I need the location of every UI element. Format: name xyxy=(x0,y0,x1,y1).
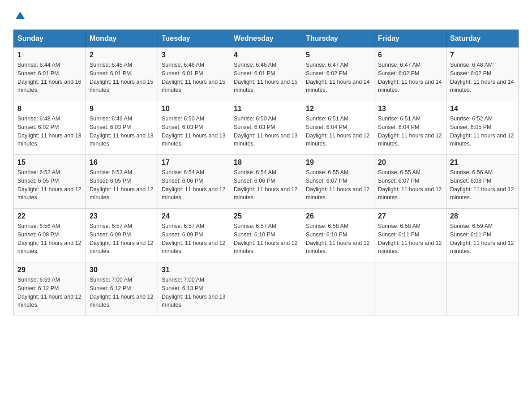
calendar-cell: 8 Sunrise: 6:48 AMSunset: 6:02 PMDayligh… xyxy=(14,101,86,155)
day-number: 24 xyxy=(162,212,226,220)
day-number: 26 xyxy=(306,212,370,220)
day-number: 20 xyxy=(378,158,442,167)
calendar-cell: 27 Sunrise: 6:58 AMSunset: 6:11 PMDaylig… xyxy=(374,209,446,262)
calendar-cell: 17 Sunrise: 6:54 AMSunset: 6:06 PMDaylig… xyxy=(158,155,230,209)
calendar-cell: 25 Sunrise: 6:57 AMSunset: 6:10 PMDaylig… xyxy=(230,209,302,262)
day-info: Sunrise: 6:52 AMSunset: 6:05 PMDaylight:… xyxy=(17,169,81,201)
day-number: 19 xyxy=(306,158,370,167)
calendar-cell: 5 Sunrise: 6:47 AMSunset: 6:02 PMDayligh… xyxy=(302,47,374,101)
day-info: Sunrise: 7:00 AMSunset: 6:12 PMDaylight:… xyxy=(90,277,153,308)
day-info: Sunrise: 6:57 AMSunset: 6:09 PMDaylight:… xyxy=(90,223,153,254)
header-thursday: Thursday xyxy=(302,30,374,47)
day-number: 3 xyxy=(162,51,226,59)
day-info: Sunrise: 6:56 AMSunset: 6:08 PMDaylight:… xyxy=(17,223,81,254)
week-row-2: 8 Sunrise: 6:48 AMSunset: 6:02 PMDayligh… xyxy=(14,101,519,155)
day-info: Sunrise: 7:00 AMSunset: 6:13 PMDaylight:… xyxy=(162,277,225,308)
day-info: Sunrise: 6:53 AMSunset: 6:05 PMDaylight:… xyxy=(90,169,153,201)
header-friday: Friday xyxy=(374,30,446,47)
header xyxy=(13,9,519,21)
day-info: Sunrise: 6:46 AMSunset: 6:01 PMDaylight:… xyxy=(234,62,297,93)
day-number: 14 xyxy=(450,105,515,113)
day-number: 13 xyxy=(378,105,442,113)
calendar-cell xyxy=(230,262,302,316)
day-info: Sunrise: 6:57 AMSunset: 6:10 PMDaylight:… xyxy=(234,223,297,254)
day-number: 9 xyxy=(90,105,154,113)
calendar-cell: 16 Sunrise: 6:53 AMSunset: 6:05 PMDaylig… xyxy=(86,155,158,209)
day-number: 5 xyxy=(306,51,370,59)
calendar-cell xyxy=(446,262,519,316)
calendar-cell: 7 Sunrise: 6:48 AMSunset: 6:02 PMDayligh… xyxy=(446,47,519,101)
day-number: 18 xyxy=(234,158,298,167)
day-info: Sunrise: 6:54 AMSunset: 6:06 PMDaylight:… xyxy=(162,169,225,201)
day-info: Sunrise: 6:58 AMSunset: 6:10 PMDaylight:… xyxy=(306,223,369,254)
day-info: Sunrise: 6:55 AMSunset: 6:07 PMDaylight:… xyxy=(378,169,442,201)
calendar-cell: 10 Sunrise: 6:50 AMSunset: 6:03 PMDaylig… xyxy=(158,101,230,155)
calendar-cell: 28 Sunrise: 6:59 AMSunset: 6:11 PMDaylig… xyxy=(446,209,519,262)
day-number: 6 xyxy=(378,51,442,59)
header-saturday: Saturday xyxy=(446,30,519,47)
calendar-cell: 18 Sunrise: 6:54 AMSunset: 6:06 PMDaylig… xyxy=(230,155,302,209)
day-info: Sunrise: 6:44 AMSunset: 6:01 PMDaylight:… xyxy=(17,62,81,93)
day-number: 30 xyxy=(90,266,154,274)
header-tuesday: Tuesday xyxy=(158,30,230,47)
day-number: 8 xyxy=(17,105,82,113)
day-number: 31 xyxy=(162,266,226,274)
week-row-3: 15 Sunrise: 6:52 AMSunset: 6:05 PMDaylig… xyxy=(14,155,519,209)
day-number: 4 xyxy=(234,51,298,59)
calendar-cell xyxy=(302,262,374,316)
day-number: 21 xyxy=(450,158,515,167)
calendar-header: SundayMondayTuesdayWednesdayThursdayFrid… xyxy=(14,30,519,47)
logo xyxy=(13,9,26,21)
calendar-cell: 22 Sunrise: 6:56 AMSunset: 6:08 PMDaylig… xyxy=(14,209,86,262)
calendar-cell: 30 Sunrise: 7:00 AMSunset: 6:12 PMDaylig… xyxy=(86,262,158,316)
day-number: 27 xyxy=(378,212,442,220)
calendar-cell: 19 Sunrise: 6:55 AMSunset: 6:07 PMDaylig… xyxy=(302,155,374,209)
calendar-cell: 4 Sunrise: 6:46 AMSunset: 6:01 PMDayligh… xyxy=(230,47,302,101)
day-number: 22 xyxy=(17,212,82,220)
day-info: Sunrise: 6:50 AMSunset: 6:03 PMDaylight:… xyxy=(162,116,225,147)
day-number: 23 xyxy=(90,212,154,220)
header-wednesday: Wednesday xyxy=(230,30,302,47)
day-info: Sunrise: 6:48 AMSunset: 6:02 PMDaylight:… xyxy=(450,62,514,93)
day-header-row: SundayMondayTuesdayWednesdayThursdayFrid… xyxy=(14,30,519,47)
calendar-cell xyxy=(374,262,446,316)
calendar-cell: 6 Sunrise: 6:47 AMSunset: 6:02 PMDayligh… xyxy=(374,47,446,101)
logo-triangle-icon xyxy=(15,10,26,21)
day-number: 11 xyxy=(234,105,298,113)
calendar-cell: 2 Sunrise: 6:45 AMSunset: 6:01 PMDayligh… xyxy=(86,47,158,101)
day-info: Sunrise: 6:48 AMSunset: 6:02 PMDaylight:… xyxy=(17,116,81,147)
calendar-cell: 13 Sunrise: 6:51 AMSunset: 6:04 PMDaylig… xyxy=(374,101,446,155)
day-info: Sunrise: 6:51 AMSunset: 6:04 PMDaylight:… xyxy=(378,116,442,147)
week-row-4: 22 Sunrise: 6:56 AMSunset: 6:08 PMDaylig… xyxy=(14,209,519,262)
header-sunday: Sunday xyxy=(14,30,86,47)
day-number: 28 xyxy=(450,212,515,220)
day-number: 25 xyxy=(234,212,298,220)
calendar-body: 1 Sunrise: 6:44 AMSunset: 6:01 PMDayligh… xyxy=(14,47,519,316)
day-number: 17 xyxy=(162,158,226,167)
day-number: 16 xyxy=(90,158,154,167)
day-number: 15 xyxy=(17,158,82,167)
header-monday: Monday xyxy=(86,30,158,47)
week-row-1: 1 Sunrise: 6:44 AMSunset: 6:01 PMDayligh… xyxy=(14,47,519,101)
day-info: Sunrise: 6:47 AMSunset: 6:02 PMDaylight:… xyxy=(306,62,369,93)
calendar-cell: 1 Sunrise: 6:44 AMSunset: 6:01 PMDayligh… xyxy=(14,47,86,101)
calendar-cell: 23 Sunrise: 6:57 AMSunset: 6:09 PMDaylig… xyxy=(86,209,158,262)
calendar-cell: 11 Sunrise: 6:50 AMSunset: 6:03 PMDaylig… xyxy=(230,101,302,155)
calendar-cell: 15 Sunrise: 6:52 AMSunset: 6:05 PMDaylig… xyxy=(14,155,86,209)
calendar-cell: 21 Sunrise: 6:56 AMSunset: 6:08 PMDaylig… xyxy=(446,155,519,209)
calendar-cell: 14 Sunrise: 6:52 AMSunset: 6:05 PMDaylig… xyxy=(446,101,519,155)
day-info: Sunrise: 6:59 AMSunset: 6:12 PMDaylight:… xyxy=(17,277,81,308)
day-info: Sunrise: 6:49 AMSunset: 6:03 PMDaylight:… xyxy=(90,116,153,147)
day-info: Sunrise: 6:51 AMSunset: 6:04 PMDaylight:… xyxy=(306,116,369,147)
day-info: Sunrise: 6:50 AMSunset: 6:03 PMDaylight:… xyxy=(234,116,297,147)
calendar-cell: 24 Sunrise: 6:57 AMSunset: 6:09 PMDaylig… xyxy=(158,209,230,262)
calendar-table: SundayMondayTuesdayWednesdayThursdayFrid… xyxy=(13,30,519,316)
day-info: Sunrise: 6:56 AMSunset: 6:08 PMDaylight:… xyxy=(450,169,514,201)
day-info: Sunrise: 6:54 AMSunset: 6:06 PMDaylight:… xyxy=(234,169,297,201)
calendar-cell: 29 Sunrise: 6:59 AMSunset: 6:12 PMDaylig… xyxy=(14,262,86,316)
day-info: Sunrise: 6:58 AMSunset: 6:11 PMDaylight:… xyxy=(378,223,442,254)
day-info: Sunrise: 6:47 AMSunset: 6:02 PMDaylight:… xyxy=(378,62,442,93)
day-info: Sunrise: 6:46 AMSunset: 6:01 PMDaylight:… xyxy=(162,62,225,93)
calendar-cell: 9 Sunrise: 6:49 AMSunset: 6:03 PMDayligh… xyxy=(86,101,158,155)
calendar-cell: 12 Sunrise: 6:51 AMSunset: 6:04 PMDaylig… xyxy=(302,101,374,155)
